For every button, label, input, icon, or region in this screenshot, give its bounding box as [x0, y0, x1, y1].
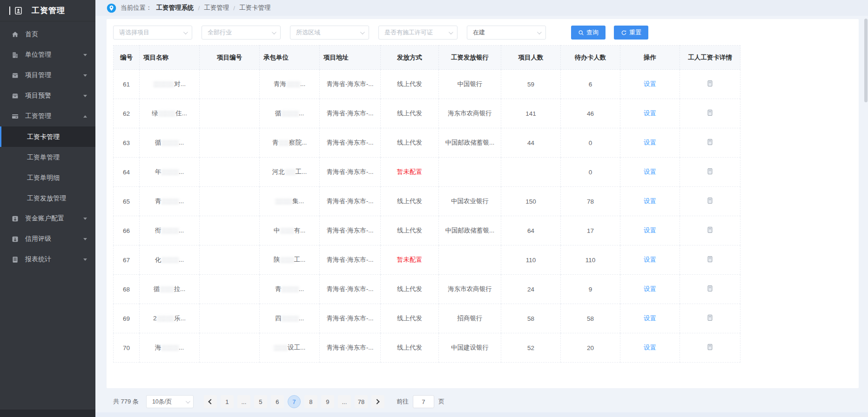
sidebar-subitem-salary-card-management[interactable]: 工资卡管理: [0, 126, 95, 147]
sidebar-item-project-warning[interactable]: 项目预警: [0, 86, 95, 106]
table-header-row: 编号项目名称项目编号承包单位项目地址发放方式工资发放银行项目人数待办卡人数操作工…: [114, 46, 740, 70]
page-size-select[interactable]: 10条/页: [146, 395, 194, 408]
table-row: 68循░░░░拉...青░░░░░...青海省-海东市-...线上代发海东市农商…: [114, 275, 740, 304]
page-jump: 前往 页: [397, 395, 444, 408]
report-icon: [11, 256, 20, 264]
breadcrumb-prefix: 当前位置：: [121, 4, 152, 12]
settings-link[interactable]: 设置: [644, 168, 656, 175]
credit-rating-icon: [11, 235, 20, 243]
reset-button[interactable]: 重置: [614, 26, 648, 40]
settings-link[interactable]: 设置: [644, 198, 656, 205]
wage-card-detail-icon[interactable]: [707, 285, 713, 292]
wage-card-detail-icon[interactable]: [707, 226, 713, 233]
redacted-text: ░░░░░: [161, 139, 179, 146]
page-button-1[interactable]: 1: [221, 395, 234, 408]
chevron-down-icon: [186, 399, 190, 404]
breadcrumb-separator: /: [233, 5, 235, 12]
industry-select[interactable]: 全部行业: [202, 26, 281, 40]
sidebar-item-label: 报表统计: [25, 255, 83, 264]
cell-wage-card-detail: [680, 187, 740, 216]
page-button-6[interactable]: 6: [271, 395, 284, 408]
sidebar-subitem-payslip-management[interactable]: 工资单管理: [0, 147, 95, 167]
wage-card-detail-icon[interactable]: [707, 80, 713, 87]
redacted-text: ░░░░: [280, 227, 294, 234]
chevron-down-icon: [537, 30, 542, 34]
chevron-down-icon: [83, 95, 87, 97]
pay-mode: 线上代发: [397, 344, 422, 351]
sidebar-item-project-management[interactable]: 项目管理: [0, 65, 95, 86]
page-button-5[interactable]: 5: [254, 395, 267, 408]
settings-link[interactable]: 设置: [644, 344, 656, 351]
pay-mode: 线上代发: [397, 315, 422, 322]
wage-card-detail-icon[interactable]: [707, 197, 713, 204]
redacted-text: ░░░░░: [275, 198, 293, 205]
jump-page-input[interactable]: [413, 395, 434, 408]
cell-address: 青海省-海东市-...: [320, 99, 381, 128]
sidebar-subitem-payslip-detail[interactable]: 工资单明细: [0, 167, 95, 188]
cell-pending-cards: 6: [561, 70, 620, 99]
chevron-down-icon: [83, 258, 87, 261]
settings-link[interactable]: 设置: [644, 80, 656, 87]
wage-card-detail-icon[interactable]: [707, 344, 713, 351]
cell-wage-card-detail: [680, 275, 740, 304]
table-row: 70海░░░░░...░░░░设工...青海省-海东市-...线上代发中国建设银…: [114, 333, 740, 363]
page-button-78[interactable]: 78: [355, 395, 368, 408]
cell-contractor: 青░░░察院...: [260, 128, 320, 158]
cell-pending-cards: 9: [561, 275, 620, 304]
cell-operation: 设置: [620, 158, 680, 187]
wage-card-detail-icon[interactable]: [707, 168, 713, 175]
page-ellipsis[interactable]: ...: [338, 395, 351, 408]
total-count: 共 779 条: [113, 397, 139, 406]
sidebar-item-salary-management[interactable]: 工资管理: [0, 106, 95, 126]
table-row: 66衔░░░░░...中░░░░有...青海省-海东市-...线上代发中国邮政储…: [114, 216, 740, 245]
redacted-text: ░░░░░: [161, 344, 179, 351]
logo-divider: [9, 7, 10, 15]
cell-project-code: [200, 70, 260, 99]
status-select[interactable]: 在建: [467, 26, 546, 40]
permit-select[interactable]: 是否有施工许可证: [378, 26, 458, 40]
settings-link[interactable]: 设置: [644, 256, 656, 263]
sidebar-item-home[interactable]: 首页: [0, 24, 95, 45]
cell-bank: 海东市农商银行: [439, 99, 501, 128]
cell-id: 66: [114, 216, 140, 245]
pager: 1...56789...78: [204, 395, 388, 408]
settings-link[interactable]: 设置: [644, 110, 656, 117]
redacted-text: ░░░░: [286, 81, 300, 87]
cell-pending-cards: 20: [561, 333, 620, 363]
sidebar-collapse-bar[interactable]: [0, 410, 95, 417]
page-ellipsis[interactable]: ...: [237, 395, 250, 408]
cell-contractor: 循░░░░░...: [260, 99, 320, 128]
page-button-9[interactable]: 9: [321, 395, 334, 408]
next-page-button[interactable]: [371, 395, 384, 408]
settings-link[interactable]: 设置: [644, 139, 656, 146]
page-button-8[interactable]: 8: [304, 395, 317, 408]
page-button-7[interactable]: 7: [288, 395, 301, 408]
settings-link[interactable]: 设置: [644, 227, 656, 234]
sidebar-item-unit-management[interactable]: 单位管理: [0, 45, 95, 65]
sidebar-item-credit-rating[interactable]: 信用评级: [0, 229, 95, 249]
cell-pending-cards: 0: [561, 158, 620, 187]
wage-card-detail-icon[interactable]: [707, 314, 713, 321]
scrollbar[interactable]: [864, 19, 868, 130]
chevron-down-icon: [83, 54, 87, 56]
select-value: 全部行业: [208, 28, 232, 37]
cell-operation: 设置: [620, 216, 680, 245]
cell-bank: 中国农业银行: [439, 187, 501, 216]
scrollbar-thumb[interactable]: [864, 19, 868, 102]
sidebar-item-report-statistics[interactable]: 报表统计: [0, 249, 95, 270]
region-select[interactable]: 所选区域: [290, 26, 369, 40]
prev-page-button[interactable]: [204, 395, 217, 408]
settings-link[interactable]: 设置: [644, 315, 656, 322]
sidebar-item-fund-account-config[interactable]: 资金账户配置: [0, 208, 95, 229]
cell-wage-card-detail: [680, 245, 740, 275]
settings-link[interactable]: 设置: [644, 285, 656, 292]
wage-card-detail-icon[interactable]: [707, 256, 713, 263]
pay-mode: 线上代发: [397, 198, 422, 205]
chevron-down-icon: [449, 30, 453, 34]
wage-card-detail-icon[interactable]: [707, 109, 713, 116]
query-button[interactable]: 查询: [571, 26, 606, 40]
wage-card-detail-icon[interactable]: [707, 139, 713, 146]
project-select[interactable]: 请选择项目: [113, 26, 192, 40]
cell-pay-mode: 线上代发: [381, 304, 439, 333]
sidebar-subitem-salary-issue-management[interactable]: 工资发放管理: [0, 188, 95, 208]
